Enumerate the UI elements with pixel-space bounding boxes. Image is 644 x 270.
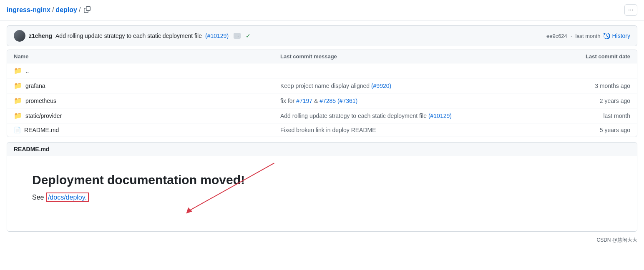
file-link[interactable]: grafana <box>25 82 45 89</box>
commit-message-text: Add rolling update strategy to each stat… <box>55 32 202 39</box>
top-bar: ingress-nginx / deploy / ··· <box>0 0 644 20</box>
commit-message-cell: Add rolling update strategy to each stat… <box>280 112 547 119</box>
issue-link-1[interactable]: #7197 <box>296 98 312 104</box>
commit-date-cell: 2 years ago <box>547 98 630 104</box>
commit-info-right: ee9c624 · last month History <box>546 32 630 39</box>
file-link[interactable]: static/provider <box>25 112 62 119</box>
commit-age: last month <box>575 33 600 39</box>
file-table-header: Name Last commit message Last commit dat… <box>7 50 637 63</box>
readme-title: Deployment documentation moved! <box>32 173 612 187</box>
pr-link[interactable]: (#7361) <box>337 98 357 104</box>
check-icon: ✓ <box>246 32 251 39</box>
file-name-cell: 📁 static/provider <box>14 112 280 120</box>
col-commit-message: Last commit message <box>280 53 547 60</box>
commit-author[interactable]: z1cheng <box>29 32 52 39</box>
commit-dots[interactable]: ··· <box>234 33 241 39</box>
table-row: 📁 .. <box>7 63 637 78</box>
commit-date-cell: last month <box>547 112 630 119</box>
copy-path-button[interactable] <box>82 5 92 15</box>
file-link[interactable]: prometheus <box>25 98 56 104</box>
folder-icon: 📁 <box>14 67 22 75</box>
avatar <box>14 30 25 42</box>
commit-date-cell: 5 years ago <box>547 127 630 133</box>
repo-link[interactable]: ingress-nginx <box>7 6 50 14</box>
history-label: History <box>612 32 630 39</box>
file-link[interactable]: README.md <box>24 127 59 133</box>
file-name-cell: 📄 README.md <box>14 127 280 133</box>
pr-link[interactable]: (#10129) <box>205 32 229 39</box>
folder-link[interactable]: deploy <box>55 6 77 14</box>
file-name-cell: 📁 .. <box>14 67 280 75</box>
file-name-cell: 📁 prometheus <box>14 97 280 105</box>
breadcrumb-sep1: / <box>52 6 54 14</box>
commit-info-left: z1cheng Add rolling update strategy to e… <box>14 30 251 42</box>
commit-bar: z1cheng Add rolling update strategy to e… <box>7 25 637 46</box>
file-name-cell: 📁 grafana <box>14 82 280 90</box>
watermark: CSDN @慧闲大大 <box>0 233 644 247</box>
commit-dot-sep: · <box>571 33 572 39</box>
file-link[interactable]: .. <box>25 67 29 74</box>
folder-icon: 📁 <box>14 97 22 105</box>
col-name: Name <box>14 53 280 60</box>
file-table: Name Last commit message Last commit dat… <box>7 50 637 137</box>
readme-content: Deployment documentation moved! See /doc… <box>7 156 637 231</box>
readme-body: See /docs/deploy. <box>32 194 612 201</box>
pr-link[interactable]: (#10129) <box>428 112 452 119</box>
commit-date-cell: 3 months ago <box>547 82 630 89</box>
docs-deploy-link[interactable]: /docs/deploy. <box>46 192 89 202</box>
table-row: 📁 prometheus fix for #7197 & #7285 (#736… <box>7 93 637 108</box>
history-button[interactable]: History <box>604 32 630 39</box>
file-icon: 📄 <box>14 127 21 133</box>
table-row: 📄 README.md Fixed broken link in deploy … <box>7 123 637 137</box>
svg-marker-1 <box>186 208 192 214</box>
breadcrumb: ingress-nginx / deploy / <box>7 5 92 15</box>
commit-hash: ee9c624 <box>546 33 567 39</box>
table-row: 📁 grafana Keep project name display alig… <box>7 78 637 93</box>
readme-body-prefix: See <box>32 194 46 201</box>
col-commit-date: Last commit date <box>547 53 630 60</box>
commit-message-cell: fix for #7197 & #7285 (#7361) <box>280 98 547 104</box>
more-options-button[interactable]: ··· <box>624 4 637 16</box>
folder-icon: 📁 <box>14 82 22 90</box>
readme-section: README.md Deployment documentation moved… <box>7 142 637 232</box>
folder-icon: 📁 <box>14 112 22 120</box>
pr-link[interactable]: (#9920) <box>371 82 391 89</box>
table-row: 📁 static/provider Add rolling update str… <box>7 108 637 123</box>
issue-link-2[interactable]: #7285 <box>319 98 336 104</box>
commit-message-cell: Fixed broken link in deploy README <box>280 127 547 133</box>
readme-header: README.md <box>7 142 637 156</box>
breadcrumb-sep2: / <box>79 6 80 14</box>
commit-message-cell: Keep project name display aligned (#9920… <box>280 82 547 89</box>
